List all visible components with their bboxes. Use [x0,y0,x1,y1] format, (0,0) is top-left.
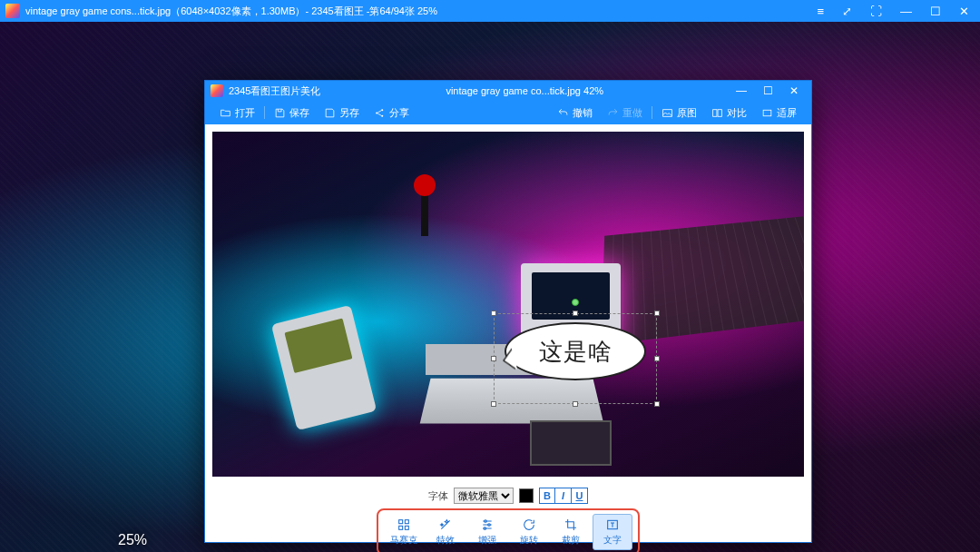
original-button[interactable]: 原图 [654,104,704,122]
editor-image [212,132,804,477]
editor-toolbar: 打开 保存 另存 分享 撤销 [205,101,811,124]
editor-maximize-button[interactable]: ☐ [756,84,780,98]
saveas-label: 另存 [339,106,359,120]
outer-filename: vintage gray game cons...tick.jpg [25,5,171,16]
editor-close-button[interactable]: ✕ [782,84,806,98]
mosaic-label: 马赛克 [390,534,417,547]
editor-titlebar[interactable]: 2345看图王图片美化 vintage gray game co...tick.… [205,81,811,101]
outer-counter: 第64/94张 [369,5,415,18]
crop-icon [564,518,578,532]
bottom-toolbar: 马赛克 特效 增强 旋转 [205,508,811,552]
outer-appname: - 2345看图王 - [305,5,369,18]
resize-handle-ne[interactable] [654,310,660,316]
svg-rect-10 [405,526,408,529]
rotate-tool[interactable]: 旋转 [509,514,549,550]
svg-rect-5 [718,109,721,116]
effect-tool[interactable]: 特效 [426,514,466,550]
crop-tool[interactable]: 裁剪 [551,514,591,550]
separator [652,106,652,119]
editor-app-icon [211,84,223,97]
speech-bubble[interactable]: 这是啥 [505,322,646,380]
share-label: 分享 [389,106,409,120]
resize-handle-nw[interactable] [491,310,496,316]
saveas-icon [324,107,336,119]
underline-button[interactable]: U [572,488,588,504]
color-swatch[interactable] [519,488,534,503]
text-icon [605,518,620,532]
save-icon [274,107,286,119]
footer-zoom: 25% [118,532,147,548]
svg-rect-3 [663,109,672,116]
compare-label: 对比 [727,106,747,120]
text-label: 文字 [603,534,622,547]
compare-button[interactable]: 对比 [704,104,754,122]
enhance-label: 增强 [478,534,496,547]
font-select[interactable]: 微软雅黑 [454,488,514,504]
editor-title: 2345看图王图片美化 [229,84,320,98]
minimize-button[interactable]: — [895,3,917,20]
svg-rect-8 [405,520,408,524]
menu-button[interactable]: ≡ [811,3,829,20]
outer-titlebar[interactable]: vintage gray game cons...tick.jpg （6048×… [0,0,980,22]
share-icon [374,107,386,119]
font-label: 字体 [428,489,448,503]
resize-handle-e[interactable] [654,356,660,361]
italic-button[interactable]: I [555,488,572,504]
save-button[interactable]: 保存 [267,104,317,122]
text-selection-box[interactable]: 这是啥 [494,313,657,404]
fullscreen-button[interactable]: ⛶ [865,3,887,20]
sliders-icon [480,518,495,532]
editor-canvas[interactable]: 这是啥 [212,132,804,477]
svg-rect-4 [713,109,717,116]
folder-open-icon [220,107,231,119]
redo-icon [607,107,619,119]
enhance-tool[interactable]: 增强 [467,514,507,550]
compare-icon [711,107,723,119]
svg-point-1 [381,109,383,111]
image-icon [662,107,673,119]
outer-zoom: 25% [417,5,437,16]
editor-window: 2345看图王图片美化 vintage gray game co...tick.… [204,80,812,543]
separator [264,106,265,119]
share-button[interactable]: 分享 [367,104,416,122]
fit-button[interactable]: 适屏 [754,104,804,122]
maximize-button[interactable]: ☐ [925,3,946,20]
svg-rect-6 [763,110,771,116]
outer-dimensions: （6048×4032像素，1.30MB） [171,5,305,18]
close-button[interactable]: ✕ [954,3,975,20]
svg-rect-9 [399,526,403,529]
effect-label: 特效 [436,534,455,547]
redo-button[interactable]: 重做 [600,104,650,122]
mosaic-tool[interactable]: 马赛克 [384,514,424,550]
resize-handle-sw[interactable] [491,401,496,407]
rotate-icon [522,518,536,532]
fit-label: 适屏 [777,106,797,120]
redo-label: 重做 [622,106,642,120]
saveas-button[interactable]: 另存 [317,104,367,122]
undo-button[interactable]: 撤销 [550,104,600,122]
svg-rect-7 [399,520,403,524]
open-label: 打开 [235,106,255,120]
outer-window: vintage gray game cons...tick.jpg （6048×… [0,0,980,552]
resize-handle-n[interactable] [573,310,578,316]
rotate-handle[interactable] [572,299,579,306]
app-icon [5,4,20,18]
undo-label: 撤销 [573,106,593,120]
open-button[interactable]: 打开 [212,104,262,122]
editor-minimize-button[interactable]: — [729,84,754,98]
magic-icon [438,518,453,532]
fit-icon [761,107,773,119]
tool-row-highlight: 马赛克 特效 增强 旋转 [377,508,640,552]
resize-handle-s[interactable] [573,401,578,407]
scale-button[interactable]: ⤢ [837,3,858,20]
text-tool[interactable]: 文字 [593,514,632,550]
bubble-text[interactable]: 这是啥 [539,336,612,368]
resize-handle-se[interactable] [654,401,660,407]
rotate-label: 旋转 [520,534,538,547]
bold-button[interactable]: B [539,488,555,504]
crop-label: 裁剪 [562,534,580,547]
main-canvas: 2345看图王图片美化 vintage gray game co...tick.… [0,22,980,552]
editor-filename: vintage gray game co...tick.jpg 42% [320,85,729,96]
mosaic-icon [397,518,411,532]
svg-point-2 [381,114,383,116]
